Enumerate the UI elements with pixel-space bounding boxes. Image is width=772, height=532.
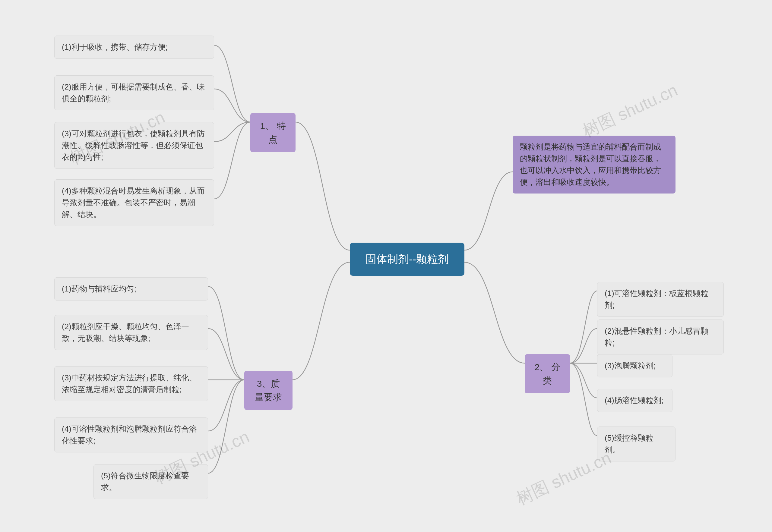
branch3-item-5[interactable]: (5)符合微生物限度检查要求。 <box>93 464 208 499</box>
root-node[interactable]: 固体制剂--颗粒剂 <box>350 243 465 276</box>
branch1-item-3[interactable]: (3)可对颗粒剂进行包衣，使颗粒剂具有防潮性、缓释性或肠溶性等，但必须保证包衣的… <box>54 122 214 169</box>
branch3-item-1[interactable]: (1)药物与辅料应均匀; <box>54 277 208 301</box>
branch-2[interactable]: 2、 分类 <box>525 354 570 393</box>
branch2-item-1[interactable]: (1)可溶性颗粒剂：板蓝根颗粒剂; <box>597 282 724 317</box>
branch3-item-2[interactable]: (2)颗粒剂应干燥、颗粒均匀、色泽一致，无吸潮、结块等现象; <box>54 315 208 350</box>
branch2-item-5[interactable]: (5)缓控释颗粒剂。 <box>597 427 676 461</box>
branch-1[interactable]: 1、 特点 <box>250 113 295 152</box>
branch2-item-4[interactable]: (4)肠溶性颗粒剂; <box>597 389 673 412</box>
branch2-item-2[interactable]: (2)混悬性颗粒剂：小儿感冒颗粒; <box>597 320 724 354</box>
branch-3[interactable]: 3、质量要求 <box>244 371 292 410</box>
branch1-item-1[interactable]: (1)利于吸收，携带、储存方便; <box>54 36 214 59</box>
branch1-item-2[interactable]: (2)服用方便，可根据需要制成色、香、味俱全的颗粒剂; <box>54 75 214 110</box>
branch1-item-4[interactable]: (4)多种颗粒混合时易发生离析现象，从而导致剂量不准确。包装不严密时，易潮解、结… <box>54 179 214 226</box>
mindmap-canvas: 固体制剂--颗粒剂 颗粒剂是将药物与适宜的辅料配合而制成的颗粒状制剂，颗粒剂是可… <box>0 0 772 532</box>
watermark: 树图 shutu.cn <box>579 79 682 143</box>
branch2-item-3[interactable]: (3)泡腾颗粒剂; <box>597 354 673 377</box>
description-node[interactable]: 颗粒剂是将药物与适宜的辅料配合而制成的颗粒状制剂，颗粒剂是可以直接吞服，也可以冲… <box>513 136 676 194</box>
branch3-item-3[interactable]: (3)中药材按规定方法进行提取、纯化、浓缩至规定相对密度的清膏后制粒; <box>54 366 208 401</box>
branch3-item-4[interactable]: (4)可溶性颗粒剂和泡腾颗粒剂应符合溶化性要求; <box>54 417 208 452</box>
